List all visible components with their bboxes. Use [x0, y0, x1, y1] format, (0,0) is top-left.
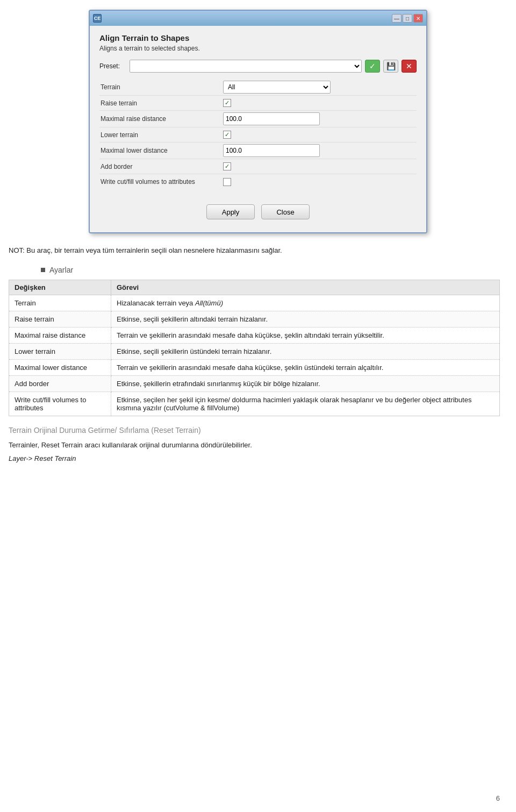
reset-code: Layer-> Reset Terrain	[9, 454, 500, 462]
table-row: Maximal lower distanceTerrain ve şekille…	[9, 359, 500, 375]
form-row-add-border: Add border ✓	[99, 159, 417, 174]
terrain-label: Terrain	[99, 83, 223, 91]
content-area: NOT: Bu araç, bir terrain veya tüm terra…	[0, 239, 516, 484]
form-row-raise-terrain: Raise terrain ✓	[99, 96, 417, 111]
terrain-select[interactable]: All	[223, 81, 331, 94]
form-row-lower-terrain: Lower terrain ✓	[99, 127, 417, 143]
close-button[interactable]: ✕	[413, 14, 423, 23]
add-border-value: ✓	[223, 162, 417, 170]
settings-table: Değişken Görevi TerrainHizalanacak terra…	[9, 280, 500, 416]
raise-terrain-label: Raise terrain	[99, 99, 223, 107]
note-text: NOT: Bu araç, bir terrain veya tüm terra…	[9, 245, 500, 256]
section-title-ayarlar: Ayarlar	[41, 266, 500, 274]
max-lower-label: Maximal lower distance	[99, 147, 223, 154]
preset-save-button[interactable]: 💾	[383, 60, 398, 73]
dialog-heading: Align Terrain to Shapes	[99, 33, 417, 42]
cell-variable: Write cut/fill volumes to attributes	[9, 391, 111, 416]
table-row: TerrainHizalanacak terrain veya All(tümü…	[9, 295, 500, 311]
max-lower-input[interactable]	[223, 144, 320, 157]
preset-label: Preset:	[99, 62, 126, 70]
table-row: Raise terrainEtkinse, seçili şekillerin …	[9, 311, 500, 327]
page-number: 6	[496, 794, 500, 802]
terrain-value: All	[223, 81, 417, 94]
dialog-titlebar: CE — □ ✕	[90, 11, 426, 26]
preset-apply-button[interactable]: ✓	[365, 60, 380, 73]
form-row-max-raise: Maximal raise distance	[99, 111, 417, 127]
cut-fill-checkbox[interactable]	[223, 178, 231, 186]
fields-section: Terrain All Raise terrain ✓ Ma	[99, 79, 417, 189]
preset-delete-button[interactable]: ✕	[402, 60, 417, 73]
preset-select[interactable]	[130, 60, 362, 73]
cell-description: Etkinse, seçili şekillerin üstündeki ter…	[111, 343, 500, 359]
cell-variable: Raise terrain	[9, 311, 111, 327]
form-row-terrain: Terrain All	[99, 79, 417, 96]
cell-variable: Lower terrain	[9, 343, 111, 359]
col-variable: Değişken	[9, 280, 111, 295]
cell-description: Etkinse, seçilen her şekil için kesme/ d…	[111, 391, 500, 416]
cell-variable: Maximal raise distance	[9, 327, 111, 343]
dialog-footer: Apply Close	[99, 196, 417, 225]
ayarlar-title: Ayarlar	[49, 266, 73, 274]
table-row: Lower terrainEtkinse, seçili şekillerin …	[9, 343, 500, 359]
maximize-button[interactable]: □	[403, 14, 412, 23]
cell-variable: Maximal lower distance	[9, 359, 111, 375]
preset-row: Preset: ✓ 💾 ✕	[99, 60, 417, 73]
dialog-close-button[interactable]: Close	[261, 204, 310, 219]
reset-text1: Terrainler, Reset Terrain aracı kullanıl…	[9, 440, 500, 451]
lower-terrain-value: ✓	[223, 131, 417, 139]
dialog-subtitle: Aligns a terrain to selected shapes.	[99, 45, 417, 52]
add-border-label: Add border	[99, 163, 223, 170]
table-row: Maximal raise distanceTerrain ve şekille…	[9, 327, 500, 343]
max-raise-value	[223, 112, 417, 125]
minimize-button[interactable]: —	[392, 14, 402, 23]
cell-variable: Add border	[9, 375, 111, 391]
lower-terrain-label: Lower terrain	[99, 131, 223, 139]
form-row-cut-fill: Write cut/fill volumes to attributes	[99, 174, 417, 189]
titlebar-left: CE	[93, 14, 102, 23]
dialog-body: Align Terrain to Shapes Aligns a terrain…	[90, 26, 426, 232]
table-row: Add borderEtkinse, şekillerin etrafındak…	[9, 375, 500, 391]
cut-fill-value	[223, 178, 417, 186]
cell-description: Etkinse, şekillerin etrafındaki sınırlan…	[111, 375, 500, 391]
cell-description: Etkinse, seçili şekillerin altındaki ter…	[111, 311, 500, 327]
reset-heading: Terrain Orijinal Duruma Getirme/ Sıfırla…	[9, 426, 500, 435]
align-terrain-dialog: CE — □ ✕ Align Terrain to Shapes Aligns …	[89, 10, 427, 233]
max-raise-label: Maximal raise distance	[99, 115, 223, 123]
max-lower-value	[223, 144, 417, 157]
add-border-checkbox[interactable]: ✓	[223, 162, 231, 170]
raise-terrain-value: ✓	[223, 99, 417, 107]
lower-terrain-checkbox[interactable]: ✓	[223, 131, 231, 139]
col-task: Görevi	[111, 280, 500, 295]
form-row-max-lower: Maximal lower distance	[99, 143, 417, 159]
section-bullet	[41, 268, 45, 272]
raise-terrain-checkbox[interactable]: ✓	[223, 99, 231, 107]
titlebar-buttons: — □ ✕	[392, 14, 423, 23]
cell-description: Terrain ve şekillerin arasındaki mesafe …	[111, 359, 500, 375]
table-header-row: Değişken Görevi	[9, 280, 500, 295]
dialog-wrapper: CE — □ ✕ Align Terrain to Shapes Aligns …	[0, 0, 516, 239]
cell-description: Terrain ve şekillerin arasındaki mesafe …	[111, 327, 500, 343]
cut-fill-label: Write cut/fill volumes to attributes	[99, 178, 223, 186]
cell-variable: Terrain	[9, 295, 111, 311]
cell-description: Hizalanacak terrain veya All(tümü)	[111, 295, 500, 311]
table-row: Write cut/fill volumes to attributesEtki…	[9, 391, 500, 416]
apply-button[interactable]: Apply	[206, 204, 255, 219]
dialog-app-icon: CE	[93, 14, 102, 23]
max-raise-input[interactable]	[223, 112, 320, 125]
